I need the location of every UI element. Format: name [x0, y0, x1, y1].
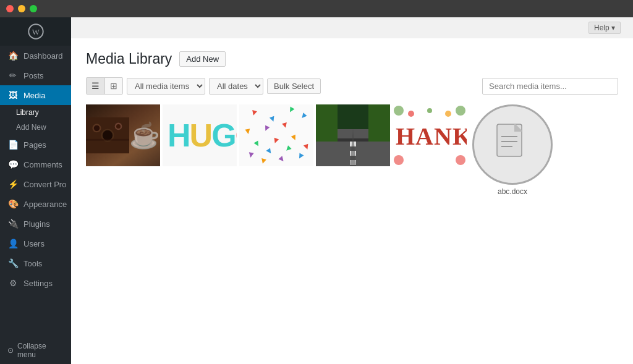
svg-rect-38: [368, 104, 390, 142]
sidebar-item-settings-label: Settings: [23, 279, 53, 288]
page-title: Media Library: [86, 51, 172, 67]
media-filter-dropdown[interactable]: All media items: [127, 78, 205, 95]
sidebar-item-appearance[interactable]: 🎨 Appearance: [0, 194, 71, 214]
sidebar-item-media-label: Media: [23, 91, 45, 100]
page-header: Media Library Add New: [86, 51, 618, 67]
svg-point-46: [427, 108, 432, 113]
sidebar-item-users-label: Users: [23, 239, 45, 248]
svg-text:HANK: HANK: [396, 122, 467, 150]
sidebar-item-convert-pro-label: Convert Pro: [23, 180, 66, 189]
maximize-button[interactable]: [30, 5, 37, 12]
doc-filename-label: abc.docx: [498, 187, 527, 196]
svg-text:HUGO: HUGO: [168, 117, 237, 153]
confetti-image-icon: [239, 104, 313, 166]
content-area: Media Library Add New ☰ ⊞ All media item…: [71, 38, 633, 364]
collapse-menu-button[interactable]: ⊙ Collapse menu: [0, 337, 71, 364]
svg-text:W: W: [32, 27, 40, 36]
sidebar-item-users[interactable]: 👤 Users: [0, 234, 71, 253]
list-view-icon: ☰: [91, 81, 100, 91]
svg-point-4: [94, 125, 100, 131]
list-view-button[interactable]: ☰: [87, 78, 104, 94]
date-filter-dropdown[interactable]: All dates: [209, 78, 263, 95]
road-image-icon: [316, 104, 390, 166]
hugo-image-icon: HUGO: [163, 104, 237, 166]
grid-view-icon: ⊞: [110, 81, 117, 91]
svg-point-6: [103, 130, 113, 140]
media-item[interactable]: abc.docx: [469, 104, 556, 196]
sidebar-item-convert-pro[interactable]: ⚡ Convert Pro: [0, 174, 71, 194]
svg-point-42: [394, 155, 404, 165]
wordpress-logo-icon: W: [28, 23, 44, 40]
sidebar-item-library[interactable]: Library: [0, 105, 71, 120]
users-icon: 👤: [7, 239, 19, 248]
plugins-icon: 🔌: [7, 219, 19, 229]
sidebar-item-tools[interactable]: 🔧 Tools: [0, 253, 71, 273]
close-button[interactable]: [6, 5, 14, 12]
media-grid: HUGO: [86, 104, 618, 196]
minimize-button[interactable]: [18, 5, 25, 12]
posts-icon: ✏: [7, 70, 19, 80]
top-bar: Help ▾: [71, 17, 633, 38]
grid-view-button[interactable]: ⊞: [104, 78, 122, 94]
media-icon: 🖼: [7, 90, 19, 100]
svg-point-41: [456, 106, 465, 116]
sidebar-item-comments[interactable]: 💬 Comments: [0, 154, 71, 174]
view-toggle: ☰ ⊞: [86, 77, 123, 95]
sidebar-logo[interactable]: W: [0, 17, 71, 46]
svg-rect-37: [316, 104, 338, 142]
media-item[interactable]: HUGO: [163, 104, 237, 166]
svg-point-47: [445, 111, 451, 117]
media-toolbar: ☰ ⊞ All media items All dates Bulk Selec…: [86, 77, 618, 95]
media-item[interactable]: [316, 104, 390, 166]
collapse-label: Collapse menu: [17, 342, 64, 359]
sidebar-item-appearance-label: Appearance: [23, 200, 67, 209]
comments-icon: 💬: [7, 159, 19, 169]
sidebar-item-dashboard[interactable]: 🏠 Dashboard: [0, 46, 71, 66]
sidebar-item-posts-label: Posts: [23, 71, 44, 80]
media-item[interactable]: HANK: [393, 104, 467, 166]
thank-image-icon: HANK: [393, 104, 467, 166]
sidebar-add-new-label: Add New: [16, 123, 46, 132]
sidebar-item-settings[interactable]: ⚙ Settings: [0, 273, 71, 293]
tools-icon: 🔧: [7, 258, 19, 268]
sidebar-item-add-new-media[interactable]: Add New: [0, 120, 71, 135]
svg-point-43: [456, 155, 465, 165]
media-item[interactable]: [86, 104, 160, 166]
add-new-button[interactable]: Add New: [179, 51, 226, 67]
svg-rect-12: [239, 104, 313, 166]
svg-point-40: [394, 106, 404, 116]
sidebar: W 🏠 Dashboard ✏ Posts 🖼 Media Library Ad…: [0, 17, 71, 364]
svg-point-8: [116, 124, 121, 129]
titlebar: [0, 0, 633, 17]
svg-rect-9: [86, 139, 129, 141]
appearance-icon: 🎨: [7, 199, 19, 209]
collapse-icon: ⊙: [7, 346, 14, 355]
document-icon: [494, 123, 531, 166]
sidebar-item-pages-label: Pages: [23, 140, 46, 150]
sidebar-item-posts[interactable]: ✏ Posts: [0, 66, 71, 85]
bulk-select-button[interactable]: Bulk Select: [267, 78, 321, 94]
settings-icon: ⚙: [7, 278, 19, 288]
pages-icon: 📄: [7, 140, 19, 150]
convert-pro-icon: ⚡: [7, 179, 19, 189]
sidebar-item-tools-label: Tools: [23, 259, 42, 268]
sidebar-item-plugins-label: Plugins: [23, 219, 50, 229]
sidebar-item-media[interactable]: 🖼 Media: [0, 85, 71, 105]
app-wrapper: W 🏠 Dashboard ✏ Posts 🖼 Media Library Ad…: [0, 17, 633, 364]
sidebar-item-dashboard-label: Dashboard: [23, 51, 63, 61]
media-item[interactable]: [239, 104, 313, 166]
coffee-image-icon: [86, 104, 129, 166]
sidebar-item-pages[interactable]: 📄 Pages: [0, 135, 71, 154]
sidebar-item-plugins[interactable]: 🔌 Plugins: [0, 214, 71, 234]
sidebar-library-label: Library: [16, 108, 39, 117]
help-button[interactable]: Help ▾: [588, 22, 621, 34]
main-content: Help ▾ Media Library Add New ☰ ⊞ All med…: [71, 17, 633, 364]
dashboard-icon: 🏠: [7, 51, 19, 61]
sidebar-navigation: 🏠 Dashboard ✏ Posts 🖼 Media Library Add …: [0, 46, 71, 337]
doc-selected-ring: [472, 104, 553, 185]
svg-point-45: [408, 111, 414, 117]
search-input[interactable]: [482, 78, 618, 95]
sidebar-item-comments-label: Comments: [23, 160, 62, 169]
